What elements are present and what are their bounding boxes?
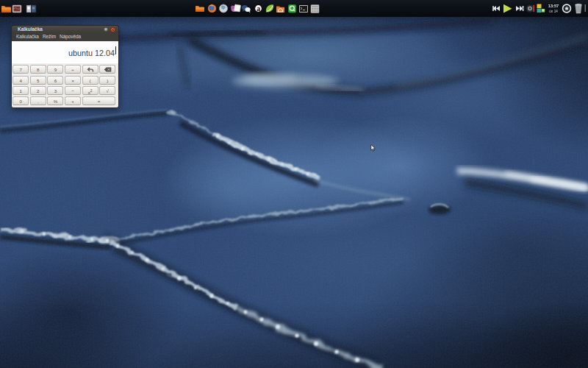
svg-text:ún 14: ún 14 [549,10,558,13]
svg-text:13:57: 13:57 [548,4,559,8]
svg-text:a: a [257,5,260,13]
